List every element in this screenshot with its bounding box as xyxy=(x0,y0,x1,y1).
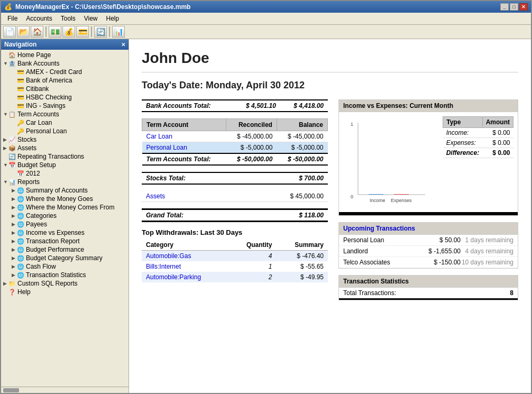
car-loan-link[interactable]: Car Loan xyxy=(146,133,172,140)
content-columns: Bank Accounts Total: $ 4,501.10 $ 4,418.… xyxy=(142,99,518,300)
tool-money1[interactable]: 💵 xyxy=(49,26,61,38)
tool-money2[interactable]: 💰 xyxy=(62,26,75,38)
menu-file[interactable]: File xyxy=(3,14,22,23)
tool-report[interactable]: 📊 xyxy=(112,26,125,38)
sidebar-item-stocks[interactable]: ▶ 📈 Stocks xyxy=(1,135,129,144)
internet-link[interactable]: Bills:Internet xyxy=(146,263,181,270)
reports-icon: 📊 xyxy=(8,179,16,186)
sidebar-item-home[interactable]: 🏠 Home Page xyxy=(1,51,129,59)
stocks-icon: 📈 xyxy=(8,136,16,143)
upcoming-title-link[interactable]: Upcoming Transactions xyxy=(343,225,415,232)
bank-accounts-table: Bank Accounts Total: $ 4,501.10 $ 4,418.… xyxy=(142,99,328,112)
expand-icon: ▶ xyxy=(12,213,17,218)
tool-money3[interactable]: 💳 xyxy=(76,26,89,38)
col-reconciled: Reconciled xyxy=(226,119,277,131)
sidebar-item-payees[interactable]: ▶ 🌐 Payees xyxy=(1,220,129,228)
expand-icon: ▶ xyxy=(3,281,8,286)
gas-link[interactable]: Automobile:Gas xyxy=(146,252,191,260)
legend-row: Expenses: $ 0.00 xyxy=(443,138,513,148)
parking-link[interactable]: Automobile:Parking xyxy=(146,273,201,281)
col-term-account: Term Account xyxy=(142,119,226,131)
sidebar-item-label: Payees xyxy=(26,221,47,228)
legend-amount: $ 0.00 xyxy=(482,138,513,148)
term-reconciled: $ -5,000.00 xyxy=(226,142,277,154)
assets-table: Assets $ 45,000.00 xyxy=(142,191,328,202)
tool-home[interactable]: 🏠 xyxy=(31,26,43,38)
sidebar-item-hsbc[interactable]: 💳 HSBC Checking xyxy=(1,93,129,102)
expand-icon: ▼ xyxy=(3,61,8,66)
sidebar-item-citibank[interactable]: 💳 Citibank xyxy=(1,85,129,93)
upcoming-amount: $ -150.00 xyxy=(418,259,461,266)
menu-accounts[interactable]: Accounts xyxy=(22,14,56,23)
sidebar-item-label: AMEX - Credit Card xyxy=(26,68,82,76)
sidebar-item-reports[interactable]: ▼ 📊 Reports xyxy=(1,178,129,186)
content-area: John Doe Today's Date: Monday, April 30 … xyxy=(129,39,531,393)
sidebar-item-transaction-report[interactable]: ▶ 🌐 Transaction Report xyxy=(1,237,129,245)
expand-icon: ▼ xyxy=(3,179,8,185)
sidebar-item-label: Transaction Statistics xyxy=(26,271,86,279)
sidebar-item-help[interactable]: ❓ Help xyxy=(1,288,129,296)
sidebar-item-money-from[interactable]: ▶ 🌐 Where the Money Comes From xyxy=(1,203,129,212)
sidebar-item-money-goes[interactable]: ▶ 🌐 Where the Money Goes xyxy=(1,195,129,203)
sidebar-item-custom-sql[interactable]: ▶ 📁 Custom SQL Reports xyxy=(1,279,129,288)
sidebar-item-assets[interactable]: ▶ 📦 Assets xyxy=(1,144,129,152)
menu-bar: File Accounts Tools View Help xyxy=(1,13,531,25)
bar-chart: 1 0 xyxy=(343,116,428,206)
sidebar-item-boa[interactable]: 💳 Bank of America xyxy=(1,76,129,85)
legend-row: Income: $ 0.00 xyxy=(443,128,513,138)
menu-view[interactable]: View xyxy=(80,14,102,23)
grand-total-row: Grand Total: $ 118.00 xyxy=(142,209,328,222)
sidebar-item-transaction-statistics[interactable]: ▶ 🌐 Transaction Statistics xyxy=(1,271,129,279)
sidebar-item-bank-accounts[interactable]: ▼ 🏦 Bank Accounts xyxy=(1,59,129,68)
sidebar-item-ing[interactable]: 💳 ING - Savings xyxy=(1,102,129,110)
tool-new[interactable]: 📄 xyxy=(3,26,16,38)
chart-title: Income vs Expenses: Current Month xyxy=(339,100,518,112)
upcoming-days: 10 days remaining xyxy=(461,259,513,266)
sidebar-item-label: Budget Performance xyxy=(26,246,84,253)
term-balance: $ -45,000.00 xyxy=(277,131,327,142)
expand-icon: ▶ xyxy=(12,264,17,269)
personal-loan-link[interactable]: Personal Loan xyxy=(146,144,187,151)
sidebar-item-repeating[interactable]: 🔄 Repeating Transactions xyxy=(1,152,129,161)
sidebar-item-cash-flow[interactable]: ▶ 🌐 Cash Flow xyxy=(1,262,129,271)
chart-svg-wrap: 1 0 xyxy=(343,116,437,208)
sidebar-item-label: Transaction Report xyxy=(26,237,80,245)
sidebar-item-categories[interactable]: ▶ 🌐 Categories xyxy=(1,212,129,220)
sidebar-item-amex[interactable]: 💳 AMEX - Credit Card xyxy=(1,68,129,76)
nav-close-button[interactable]: ✕ xyxy=(121,42,125,48)
sidebar-item-budget-performance[interactable]: ▶ 🌐 Budget Performance xyxy=(1,245,129,254)
col-quantity: Quantity xyxy=(229,240,276,251)
menu-tools[interactable]: Tools xyxy=(57,14,80,23)
svg-rect-5 xyxy=(394,194,409,195)
tool-open[interactable]: 📂 xyxy=(17,26,30,38)
assets-name: Assets xyxy=(142,191,207,202)
app-icon: 💰 xyxy=(4,3,12,11)
tool-transfer[interactable]: 🔄 xyxy=(94,26,107,38)
sidebar-item-label: Reports xyxy=(17,178,40,186)
withdrawal-summary: $ -55.65 xyxy=(277,261,328,272)
minimize-button[interactable]: _ xyxy=(500,3,509,11)
assets-icon: 📦 xyxy=(8,145,16,152)
chart-area: 1 0 xyxy=(339,112,518,212)
sidebar-item-summary[interactable]: ▶ 🌐 Summary of Accounts xyxy=(1,186,129,195)
term-name: Car Loan xyxy=(142,131,226,142)
sidebar-item-label: Assets xyxy=(17,144,36,152)
assets-link[interactable]: Assets xyxy=(146,193,165,200)
sidebar-item-budget-category-summary[interactable]: ▶ 🌐 Budget Category Summary xyxy=(1,254,129,262)
term-icon: 📋 xyxy=(8,111,16,118)
upcoming-row-0: Personal Loan $ 50.00 1 days remaining xyxy=(339,235,518,246)
sidebar-item-budget-setup[interactable]: ▼ 📅 Budget Setup xyxy=(1,161,129,169)
table-row: Automobile:Gas 4 $ -476.40 xyxy=(142,251,328,262)
sidebar-item-income-vs-expenses[interactable]: ▶ 🌐 Income vs Expenses xyxy=(1,228,129,237)
sidebar-item-car-loan[interactable]: 🔑 Car Loan xyxy=(1,118,129,127)
menu-help[interactable]: Help xyxy=(102,14,124,23)
sidebar-item-2012[interactable]: 📅 2012 xyxy=(1,169,129,178)
maximize-button[interactable]: □ xyxy=(510,3,518,11)
sidebar-item-label: Cash Flow xyxy=(26,263,56,270)
globe-icon: 🌐 xyxy=(17,221,24,228)
sidebar-item-personal-loan[interactable]: 🔑 Personal Loan xyxy=(1,127,129,135)
nav-scrollbar[interactable] xyxy=(1,387,129,393)
stocks-table: Stocks Total: $ 700.00 xyxy=(142,172,328,185)
close-button[interactable]: ✕ xyxy=(519,3,528,11)
sidebar-item-term-accounts[interactable]: ▼ 📋 Term Accounts xyxy=(1,110,129,118)
